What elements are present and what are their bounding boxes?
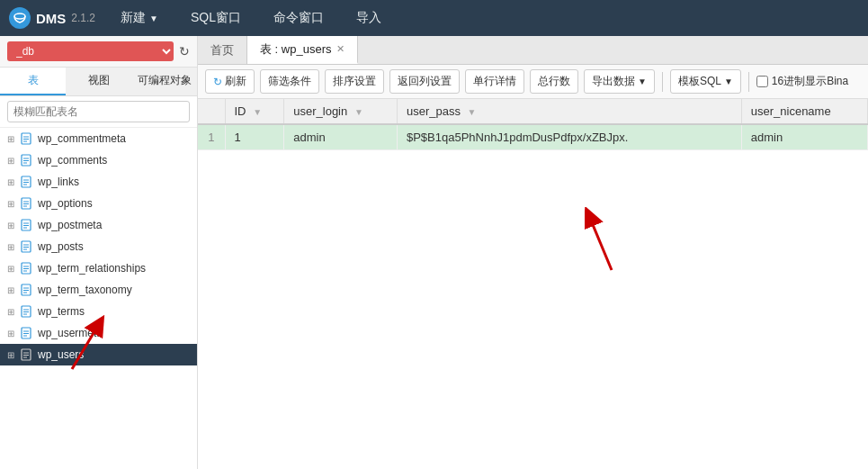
template-sql-label: 模板SQL xyxy=(678,74,721,89)
col-user-pass[interactable]: user_pass ▼ xyxy=(397,99,741,124)
tab-wp-users-close[interactable]: ✕ xyxy=(336,43,345,55)
toolbar: ↻ 刷新 筛选条件 排序设置 返回列设置 单行详情 总行数 导出数据 ▼ xyxy=(198,65,868,99)
sidebar-tab-programmable[interactable]: 可编程对象 xyxy=(131,68,197,95)
table-name-label: wp_users xyxy=(38,348,84,361)
col-id-sort-icon: ▼ xyxy=(253,107,262,117)
table-file-icon xyxy=(20,240,32,253)
arrow-pass-indicator xyxy=(585,207,657,279)
table-file-icon xyxy=(20,262,32,275)
content-area: 首页 表 : wp_users ✕ ↻ 刷新 筛选条件 排序设置 返回列设置 xyxy=(198,36,868,469)
col-user-nicename[interactable]: user_nicename xyxy=(741,99,867,124)
row-detail-button[interactable]: 单行详情 xyxy=(465,69,524,94)
sidebar-item-wp_terms[interactable]: ⊞ wp_terms xyxy=(0,301,197,322)
hex-checkbox-label[interactable]: 16进制显示Bina xyxy=(756,74,848,89)
sidebar-tab-views[interactable]: 视图 xyxy=(66,68,131,95)
table-name-label: wp_term_taxonomy xyxy=(38,284,132,296)
db-row: _db ↻ xyxy=(0,36,197,68)
toolbar-divider xyxy=(662,72,663,92)
sidebar: _db ↻ 表 视图 可编程对象 ⊞ xyxy=(0,36,198,469)
tab-home-label: 首页 xyxy=(210,42,234,59)
svg-point-0 xyxy=(14,14,25,19)
col-id[interactable]: ID ▼ xyxy=(225,99,284,124)
navbar: DMS 2.1.2 新建 ▼ SQL窗口 命令窗口 导入 xyxy=(0,0,868,36)
table-row[interactable]: 1 1 admin $P$B1qa5PhNnhJ1pdmDusPdfpx/xZB… xyxy=(198,124,868,150)
table-name-label: wp_commentmeta xyxy=(38,132,126,145)
nav-import[interactable]: 导入 xyxy=(349,6,389,30)
db-selector[interactable]: _db xyxy=(7,41,174,61)
user-login-cell: admin xyxy=(284,124,398,150)
sidebar-refresh-icon[interactable]: ↻ xyxy=(179,44,190,59)
expand-icon: ⊞ xyxy=(7,264,14,274)
table-header-row: ID ▼ user_login ▼ user_pass ▼ user_nic xyxy=(198,99,868,124)
filter-button[interactable]: 筛选条件 xyxy=(260,69,319,94)
template-sql-button[interactable]: 模板SQL ▼ xyxy=(670,69,741,94)
table-name-label: wp_term_relationships xyxy=(38,262,146,275)
expand-icon: ⊞ xyxy=(7,307,14,317)
export-label: 导出数据 xyxy=(592,74,635,89)
sort-label: 排序设置 xyxy=(333,74,376,89)
expand-icon: ⊞ xyxy=(7,199,14,209)
sidebar-item-wp_usermeta[interactable]: ⊞ wp_usermeta xyxy=(0,322,197,344)
row-num-cell: 1 xyxy=(198,124,225,150)
refresh-label: 刷新 xyxy=(225,74,246,89)
sidebar-table-list: ⊞ wp_commentmeta ⊞ wp_comments ⊞ xyxy=(0,128,197,469)
table-file-icon xyxy=(20,176,32,188)
expand-icon: ⊞ xyxy=(7,242,14,252)
tab-wp-users[interactable]: 表 : wp_users ✕ xyxy=(247,36,358,64)
return-cols-label: 返回列设置 xyxy=(398,74,452,89)
total-rows-label: 总行数 xyxy=(538,74,570,89)
export-chevron-icon: ▼ xyxy=(638,77,647,86)
table-name-label: wp_postmeta xyxy=(38,219,102,231)
sidebar-search-container xyxy=(0,96,197,128)
expand-icon: ⊞ xyxy=(7,156,14,166)
table-file-icon xyxy=(20,197,32,210)
sidebar-item-wp_comments[interactable]: ⊞ wp_comments xyxy=(0,149,197,171)
sidebar-item-wp_term_relationships[interactable]: ⊞ wp_term_relationships xyxy=(0,257,197,279)
col-login-sort-icon: ▼ xyxy=(354,107,363,117)
col-rownum xyxy=(198,99,225,124)
tab-wp-users-label: 表 : wp_users xyxy=(260,41,331,58)
table-file-icon xyxy=(20,219,32,231)
table-file-icon xyxy=(20,284,32,296)
expand-icon: ⊞ xyxy=(7,285,14,295)
sort-button[interactable]: 排序设置 xyxy=(325,69,384,94)
sidebar-item-wp_options[interactable]: ⊞ wp_options xyxy=(0,193,197,214)
data-table-area: ID ▼ user_login ▼ user_pass ▼ user_nic xyxy=(198,99,868,469)
sidebar-item-wp_commentmeta[interactable]: ⊞ wp_commentmeta xyxy=(0,128,197,149)
main-layout: _db ↻ 表 视图 可编程对象 ⊞ xyxy=(0,36,868,469)
table-name-label: wp_posts xyxy=(38,240,84,253)
hex-checkbox[interactable] xyxy=(756,76,768,87)
export-button[interactable]: 导出数据 ▼ xyxy=(584,69,655,94)
app-version: 2.1.2 xyxy=(71,12,95,24)
table-name-label: wp_comments xyxy=(38,154,107,167)
tab-bar: 首页 表 : wp_users ✕ xyxy=(198,36,868,65)
sidebar-search-input[interactable] xyxy=(7,101,190,122)
nav-cmd[interactable]: 命令窗口 xyxy=(266,6,331,30)
id-cell: 1 xyxy=(225,124,284,150)
nav-cmd-label: 命令窗口 xyxy=(273,10,324,26)
template-chevron-icon: ▼ xyxy=(724,77,733,86)
sidebar-item-wp_postmeta[interactable]: ⊞ wp_postmeta xyxy=(0,214,197,236)
nav-new-label: 新建 xyxy=(121,10,146,26)
sidebar-item-wp_links[interactable]: ⊞ wp_links xyxy=(0,171,197,193)
nav-new-chevron: ▼ xyxy=(149,14,158,23)
sidebar-tab-tables[interactable]: 表 xyxy=(0,68,66,95)
col-user-login[interactable]: user_login ▼ xyxy=(284,99,398,124)
total-rows-button[interactable]: 总行数 xyxy=(530,69,578,94)
table-file-icon xyxy=(20,348,32,361)
app-brand: DMS 2.1.2 xyxy=(9,7,95,29)
expand-icon: ⊞ xyxy=(7,134,14,144)
nav-sql[interactable]: SQL窗口 xyxy=(183,6,248,30)
user-pass-cell: $P$B1qa5PhNnhJ1pdmDusPdfpx/xZBJpx. xyxy=(397,124,741,150)
table-name-label: wp_options xyxy=(38,197,93,210)
refresh-button[interactable]: ↻ 刷新 xyxy=(205,69,255,94)
sidebar-item-wp_posts[interactable]: ⊞ wp_posts xyxy=(0,236,197,257)
table-name-label: wp_usermeta xyxy=(38,327,103,339)
tab-home[interactable]: 首页 xyxy=(198,36,247,64)
sidebar-item-wp_users[interactable]: ⊞ wp_users xyxy=(0,344,197,365)
nav-new[interactable]: 新建 ▼ xyxy=(113,6,166,30)
sidebar-item-wp_term_taxonomy[interactable]: ⊞ wp_term_taxonomy xyxy=(0,279,197,301)
return-cols-button[interactable]: 返回列设置 xyxy=(389,69,460,94)
app-logo-icon xyxy=(9,7,31,29)
hex-label: 16进制显示Bina xyxy=(772,74,848,89)
